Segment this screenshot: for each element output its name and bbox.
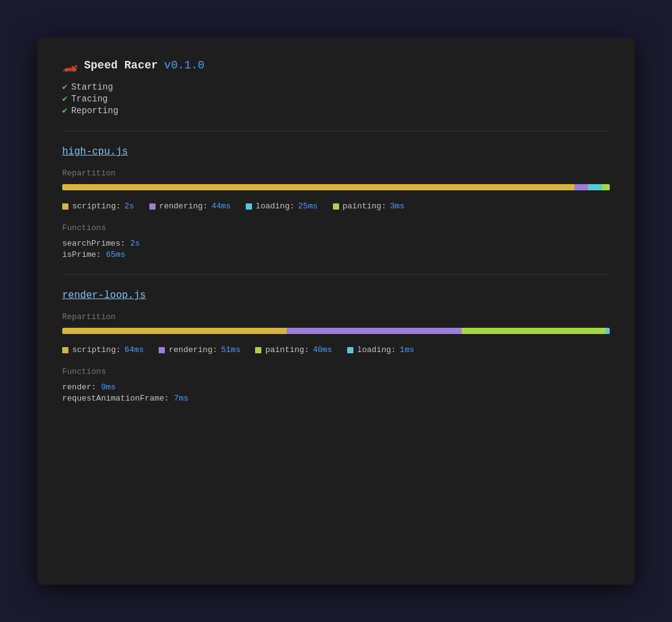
legend-dot-loading [246,203,252,210]
app-icon: 🏎️ [62,57,78,73]
checkmark-icon: ✔ [62,93,67,104]
function-list-high-cpu: searchPrimes: 2sisPrime: 65ms [62,239,610,259]
legend-value: 25ms [298,202,317,211]
repartition-label-high-cpu: Repartition [62,169,610,178]
legend-item-loading: loading: 25ms [246,202,318,211]
legend-item-rendering: rendering: 44ms [149,202,231,211]
legend-label: painting: [265,345,309,355]
functions-label-render-loop: Functions [62,367,610,376]
file-link-high-cpu[interactable]: high-cpu.js [62,146,128,157]
legend-item-painting: painting: 40ms [255,345,332,355]
legend-dot-scripting [62,347,68,353]
bar-segment-painting [462,328,605,334]
function-name: isPrime: [62,250,101,259]
legend-dot-scripting [62,203,68,210]
checkmark-icon: ✔ [62,81,67,92]
legend-value: 3ms [390,202,404,211]
section-high-cpu: high-cpu.jsRepartition scripting: 2s ren… [62,146,610,259]
header: 🏎️ Speed Racer v0.1.0 ✔Starting✔Tracing✔… [62,57,610,116]
legend-value: 44ms [212,202,231,211]
bar-segment-rendering [574,184,588,190]
bar-render-loop [62,328,610,334]
function-time: 65ms [106,250,125,259]
function-time: 9ms [101,383,115,392]
function-list-render-loop: render: 9msrequestAnimationFrame: 7ms [62,383,610,403]
section-render-loop: render-loop.jsRepartition scripting: 64m… [62,290,610,403]
legend-label: rendering: [159,202,208,211]
function-item: searchPrimes: 2s [62,239,610,248]
bar-high-cpu [62,184,610,190]
bar-segment-scripting [62,328,287,334]
app-version: v0.1.0 [164,59,205,72]
status-list: ✔Starting✔Tracing✔Reporting [62,81,610,116]
legend-label: scripting: [72,345,121,355]
legend-dot-rendering [159,347,165,353]
legend-value: 64ms [124,345,144,355]
function-name: searchPrimes: [62,239,125,248]
legend-dot-painting [333,203,339,210]
legend-label: painting: [343,202,386,211]
legend-value: 2s [124,202,134,211]
legend-dot-rendering [149,203,156,210]
repartition-label-render-loop: Repartition [62,312,610,322]
bar-segment-loading [588,184,602,190]
legend-label: loading: [357,345,396,355]
function-item: render: 9ms [62,383,610,392]
status-item: ✔Starting [62,81,610,92]
legend-render-loop: scripting: 64ms rendering: 51ms painting… [62,345,610,355]
function-time: 7ms [174,394,188,403]
app-name: Speed Racer [84,59,158,72]
function-name: render: [62,383,96,392]
legend-value: 51ms [221,345,240,355]
legend-value: 40ms [313,345,332,355]
legend-item-loading: loading: 1ms [347,345,414,355]
function-name: requestAnimationFrame: [62,394,169,403]
bar-segment-rendering [287,328,462,334]
legend-high-cpu: scripting: 2s rendering: 44ms loading: 2… [62,202,610,211]
bar-segment-painting [602,184,610,190]
legend-value: 1ms [399,345,414,355]
function-item: isPrime: 65ms [62,250,610,259]
legend-item-scripting: scripting: 64ms [62,345,144,355]
bar-segment-loading [605,328,610,334]
header-divider [62,131,610,131]
legend-item-scripting: scripting: 2s [62,202,134,211]
function-item: requestAnimationFrame: 7ms [62,394,610,403]
functions-label-high-cpu: Functions [62,223,610,233]
legend-dot-loading [347,347,353,353]
legend-dot-painting [255,347,261,353]
section-divider [62,274,610,275]
main-window: 🏎️ Speed Racer v0.1.0 ✔Starting✔Tracing✔… [37,37,635,585]
title-row: 🏎️ Speed Racer v0.1.0 [62,57,610,73]
bar-segment-scripting [62,184,574,190]
legend-label: rendering: [169,345,217,355]
file-link-render-loop[interactable]: render-loop.js [62,290,146,301]
legend-label: scripting: [72,202,121,211]
function-time: 2s [130,239,140,248]
sections-container: high-cpu.jsRepartition scripting: 2s ren… [62,146,610,403]
legend-item-rendering: rendering: 51ms [159,345,240,355]
legend-label: loading: [256,202,294,211]
status-item: ✔Tracing [62,93,610,104]
checkmark-icon: ✔ [62,105,67,116]
legend-item-painting: painting: 3ms [333,202,405,211]
status-item: ✔Reporting [62,105,610,116]
